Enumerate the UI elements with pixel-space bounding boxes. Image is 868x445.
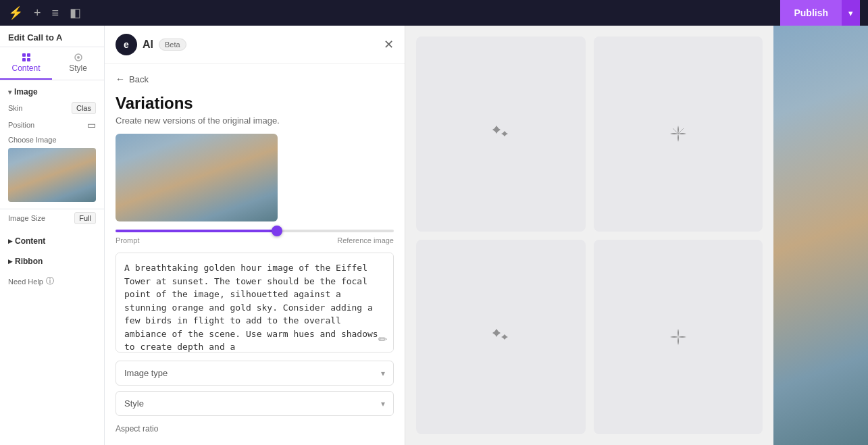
elementor-icon[interactable]: ⚡ [8,5,23,20]
tab-content-label: Content [11,63,40,73]
position-row: Position ▭ [8,120,96,130]
toolbar-left: ⚡ + ≡ ◧ [8,5,81,20]
reference-image-container [105,134,405,230]
image-thumbnail[interactable] [8,148,96,202]
logo-text: e [124,39,129,50]
slider-prompt-label: Prompt [116,236,139,244]
style-dropdown[interactable]: Style ▾ [116,391,394,416]
image-size-value[interactable]: Full [74,212,96,224]
svg-rect-0 [22,53,26,57]
image-section: ▾ Image Skin Clas Position ▭ Choose Imag… [0,80,104,209]
publish-label: Publish [794,7,828,18]
variations-subtitle: Create new versions of the original imag… [105,115,405,134]
settings-icon[interactable]: ≡ [52,6,59,20]
image-section-title[interactable]: ▾ Image [8,87,96,97]
aspect-ratio-label: Aspect ratio [105,421,405,435]
ribbon-title: Ribbon [15,257,43,266]
svg-rect-2 [22,58,26,61]
toolbar-right: Publish ▾ [780,0,860,26]
slider-fill [116,230,277,232]
layers-icon[interactable]: ◧ [70,5,81,20]
tab-style-label: Style [69,63,87,73]
svg-rect-1 [27,53,30,57]
slider-container[interactable]: Prompt Reference image [105,230,405,247]
content-section[interactable]: ▸ Content [0,230,104,250]
reference-image [116,134,278,221]
skin-value[interactable]: Clas [72,102,96,114]
modal-header: e AI Beta ✕ [105,26,405,64]
sidebar-tabs: Content Style [0,47,104,80]
content-title: Content [15,236,45,246]
image-card-4[interactable] [594,240,763,435]
prompt-textarea[interactable] [116,253,394,352]
back-arrow-icon: ← [116,74,125,84]
position-icon[interactable]: ▭ [87,120,96,130]
modal-logo: e [116,34,137,55]
left-sidebar: Edit Call to A Content Style ▾ Image Ski… [0,26,105,445]
choose-image-label: Choose Image [8,136,96,144]
sidebar-header: Edit Call to A [0,26,104,47]
ribbon-arrow: ▸ [8,257,12,266]
publish-dropdown-button[interactable]: ▾ [842,0,860,26]
slider-reference-label: Reference image [337,236,394,244]
plus-icon[interactable]: + [34,6,41,20]
svg-point-5 [77,56,80,59]
slider-labels: Prompt Reference image [116,235,394,244]
modal-overlay: e AI Beta ✕ ← Back Variations Create new… [105,26,773,445]
need-help-label: Need Help [8,278,43,286]
ribbon-section[interactable]: ▸ Ribbon [0,250,104,270]
modal-logo-area: e AI Beta [116,34,186,55]
tab-content[interactable]: Content [0,47,52,80]
image-size-row: Image Size Full [0,209,104,230]
sparkle-icon-3 [488,325,513,349]
image-card-2[interactable] [594,36,763,232]
image-type-arrow-icon: ▾ [381,369,385,378]
modal-image-grid [405,26,773,445]
magic-wand-icon[interactable]: ✏ [378,333,387,346]
back-button[interactable]: ← Back [105,64,405,88]
top-toolbar: ⚡ + ≡ ◧ Publish ▾ [0,0,868,26]
sparkle-icon-2 [666,122,690,146]
style-label: Style [124,398,144,409]
slider-thumb[interactable] [272,226,282,236]
close-button[interactable]: ✕ [384,37,394,52]
image-type-label: Image type [124,368,168,378]
image-card-3[interactable] [416,240,586,435]
sparkle-icon-1 [488,122,513,146]
help-icon: ⓘ [46,276,54,287]
ai-label: AI [143,38,153,51]
image-size-label: Image Size [8,214,45,222]
svg-rect-3 [27,58,30,61]
background-image-panel [773,26,868,445]
sidebar-title: Edit Call to A [8,32,62,43]
variations-title: Variations [105,88,405,115]
sparkle-icon-4 [666,325,690,349]
slider-track [116,230,394,232]
skin-row: Skin Clas [8,102,96,114]
style-arrow-icon: ▾ [381,399,385,409]
beta-badge: Beta [159,38,186,51]
position-label: Position [8,121,34,129]
image-arrow: ▾ [8,88,11,96]
image-type-dropdown[interactable]: Image type ▾ [116,361,394,386]
skin-label: Skin [8,104,22,112]
need-help[interactable]: Need Help ⓘ [0,270,104,292]
publish-button[interactable]: Publish [780,0,842,26]
content-arrow: ▸ [8,236,12,246]
image-card-1[interactable] [416,36,586,232]
modal: e AI Beta ✕ ← Back Variations Create new… [105,26,773,445]
modal-left-panel: e AI Beta ✕ ← Back Variations Create new… [105,26,405,445]
thumbnail-image [8,148,96,202]
prompt-container: ✏ [105,247,405,361]
back-label: Back [129,74,149,84]
image-title: Image [14,87,38,97]
tab-style[interactable]: Style [52,47,104,80]
